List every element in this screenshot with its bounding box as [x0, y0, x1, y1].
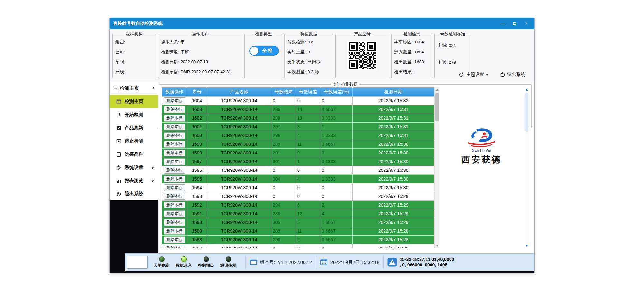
cell-error: 11 [296, 140, 320, 149]
cell-date: 2022/9/7 15:29 [353, 209, 434, 218]
cell-product: TCR920W-300-14 [207, 218, 271, 227]
cell-date: 2022/9/7 15:30 [353, 166, 434, 175]
cell-seq: 1597 [187, 157, 207, 166]
delete-row-button[interactable]: 删除本行 [164, 210, 185, 217]
status-input[interactable] [127, 256, 148, 269]
delete-row-button[interactable]: 删除本行 [164, 115, 185, 122]
data-table-wrap: 数据操作序号产品名称号数结果号数误差号数误差(%)检测日期 删除本行 1604 … [162, 87, 439, 248]
scroll-down-button[interactable] [435, 243, 439, 248]
sidebar-item-system-settings[interactable]: 系统设置 ∨ [110, 161, 158, 174]
exit-system-label: 退出系统 [507, 72, 525, 78]
scroll-up-button[interactable] [524, 87, 529, 92]
cell-product: TCR920W-300-14 [207, 201, 271, 209]
theme-settings-button[interactable]: 主题设置 ▾ [459, 72, 488, 78]
cell-date: 2022/9/7 15:28 [353, 227, 434, 236]
field-label: 进入数量: [394, 49, 413, 55]
sidebar-item-home[interactable]: 检测主页 [110, 95, 158, 108]
user-row: 操作人员: 甲 [161, 37, 240, 47]
full-inspection-toggle[interactable]: 全检 [249, 46, 279, 56]
cell-error-pct: 1.3333 [320, 175, 353, 183]
title-bar[interactable]: 直接纱号数自动检测系统 — × [110, 18, 534, 29]
delete-row-button[interactable]: 删除本行 [164, 202, 185, 208]
datetime-text: 2022年9月7日 15:32:18 [330, 259, 379, 265]
sidebar-item-product-refresh[interactable]: 产品刷新 [110, 121, 158, 134]
logo-panel-scrollbar[interactable] [524, 87, 529, 248]
column-header[interactable]: 序号 [187, 88, 207, 97]
standard-groupbox: 号数检测标准 上限: 321 下限: 279 [434, 31, 471, 78]
sidebar-item-label: 检测主页 [125, 98, 143, 105]
scroll-up-button[interactable] [435, 87, 439, 92]
delete-row-button[interactable]: 删除本行 [164, 245, 185, 248]
cell-product: TCR920W-300-14 [207, 114, 271, 123]
sidebar-item-exit-system[interactable]: 退出系统 [110, 187, 158, 200]
cell-date: 2022/9/7 15:30 [353, 149, 434, 157]
cell-operation: 删除本行 [162, 123, 187, 131]
delete-row-button[interactable]: 删除本行 [164, 97, 185, 104]
scroll-down-button[interactable] [524, 243, 529, 248]
cell-seq: 1595 [187, 175, 207, 183]
user-row: 检测单据: DMR-2022-09-07-07-42-31 [161, 67, 240, 77]
cell-error: 12 [296, 209, 320, 218]
sidebar-item-report-browse[interactable]: 报表浏览 ∨ [110, 174, 158, 187]
sidebar-item-stop-detect[interactable]: 停止检测 [110, 134, 158, 148]
sidebar-item-label: 报表浏览 [125, 178, 143, 184]
delete-row-button[interactable]: 删除本行 [164, 141, 185, 148]
scrollbar-thumb[interactable] [435, 93, 439, 121]
cell-operation: 删除本行 [162, 183, 187, 192]
column-header[interactable]: 号数误差(%) [320, 88, 353, 97]
column-header[interactable]: 产品名称 [207, 88, 271, 97]
delete-row-button[interactable]: 删除本行 [164, 193, 185, 200]
column-header[interactable]: 号数结果 [271, 88, 296, 97]
delete-row-button[interactable]: 删除本行 [164, 106, 185, 113]
status-bar: 天平稳定 数据录入 控制输出 [110, 253, 534, 271]
triangle-down-icon [436, 245, 439, 247]
cell-operation: 删除本行 [162, 209, 187, 218]
calendar-icon [320, 259, 328, 266]
table-row: 删除本行 1599 TCR920W-300-14 289 11 3.6667 2… [162, 140, 434, 149]
exit-system-button[interactable]: 退出系统 [500, 72, 525, 78]
minimize-button[interactable]: — [498, 20, 508, 27]
qr-code [347, 41, 377, 70]
scrollbar-thumb[interactable] [525, 93, 528, 132]
field-value: 279 [449, 60, 456, 65]
delete-row-button[interactable]: 删除本行 [164, 167, 185, 174]
delete-row-button[interactable]: 删除本行 [164, 219, 185, 226]
cell-date: 2022/9/7 15:30 [353, 183, 434, 192]
cell-seq: 1588 [187, 236, 207, 244]
field-label: 检出结果: [394, 69, 413, 75]
delete-row-button[interactable]: 删除本行 [164, 184, 185, 191]
sidebar-group-home[interactable]: ≡ 检测主页 ∧ [110, 81, 158, 95]
delete-row-button[interactable]: 删除本行 [164, 150, 185, 156]
field-label: 号数检测: [287, 39, 306, 45]
cell-date: 2022/9/7 15:29 [353, 218, 434, 227]
maximize-button[interactable] [510, 20, 519, 27]
cell-operation: 删除本行 [162, 236, 187, 244]
column-header[interactable]: 号数误差 [296, 88, 320, 97]
close-button[interactable]: × [521, 20, 531, 27]
triangle-up-icon [526, 89, 528, 91]
field-label: 产线: [115, 69, 125, 75]
led-light [204, 256, 209, 262]
table-scrollbar[interactable] [434, 87, 439, 248]
main-area: ≡ 检测主页 ∧ 检测主页 B 开始检测 产品刷新 [110, 81, 534, 253]
square-icon [116, 152, 121, 157]
standard-groupbox-title: 号数检测标准 [439, 31, 467, 37]
column-header[interactable]: 检测日期 [353, 88, 434, 97]
checkbox-icon [116, 125, 121, 131]
field-value: 0.3 秒 [308, 69, 319, 75]
column-header[interactable]: 数据操作 [162, 88, 187, 97]
sidebar-item-label: 产品刷新 [125, 125, 143, 131]
sidebar-item-start-detect[interactable]: B 开始检测 [110, 108, 158, 121]
sidebar-item-select-variety[interactable]: 选择品种 [110, 148, 158, 161]
delete-row-button[interactable]: 删除本行 [164, 158, 185, 165]
delete-row-button[interactable]: 删除本行 [164, 132, 185, 139]
field-value: 321 [449, 43, 456, 48]
delete-row-button[interactable]: 删除本行 [164, 236, 185, 243]
org-row: 产线: [115, 67, 153, 77]
table-row: 删除本行 1597 TCR920W-300-14 301 1 0.3333 20… [162, 157, 434, 166]
delete-row-button[interactable]: 删除本行 [164, 228, 185, 235]
delete-row-button[interactable]: 删除本行 [164, 124, 185, 130]
cell-seq: 1603 [187, 105, 207, 114]
delete-row-button[interactable]: 删除本行 [164, 176, 185, 182]
cell-error: 4 [296, 175, 320, 183]
